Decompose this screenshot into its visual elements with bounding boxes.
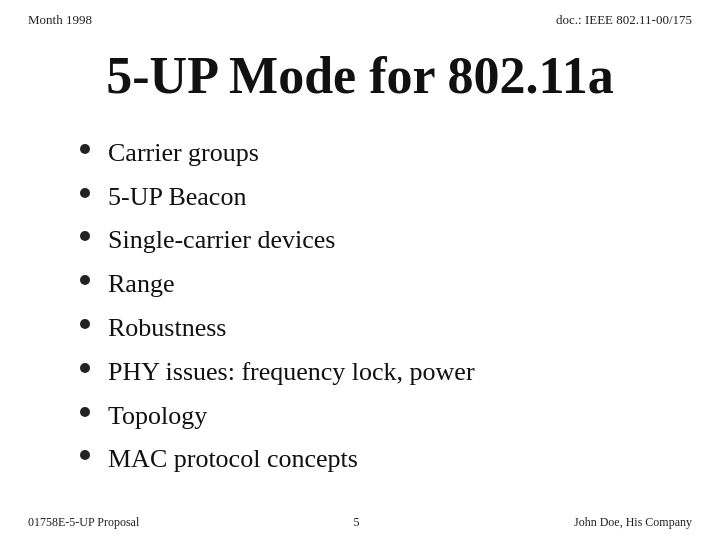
bullet-text: Single-carrier devices [108,223,335,257]
list-item: Single-carrier devices [80,223,660,257]
bullet-dot-icon [80,450,90,460]
bullet-dot-icon [80,363,90,373]
bullet-dot-icon [80,319,90,329]
bullet-text: Range [108,267,174,301]
bullet-dot-icon [80,407,90,417]
footer-right: John Doe, His Company [574,515,692,530]
footer-center: 5 [139,515,574,530]
list-item: 5-UP Beacon [80,180,660,214]
bullet-text: MAC protocol concepts [108,442,358,476]
bullet-text: Carrier groups [108,136,259,170]
footer-left: 01758E-5-UP Proposal [28,515,139,530]
bullet-text: PHY issues: frequency lock, power [108,355,475,389]
list-item: MAC protocol concepts [80,442,660,476]
bullet-text: Topology [108,399,207,433]
list-item: Robustness [80,311,660,345]
bullet-text: Robustness [108,311,226,345]
main-title: 5-UP Mode for 802.11a [40,46,680,106]
header-doc: doc.: IEEE 802.11-00/175 [556,12,692,28]
title-section: 5-UP Mode for 802.11a [0,28,720,136]
bullet-dot-icon [80,231,90,241]
footer: 01758E-5-UP Proposal 5 John Doe, His Com… [0,515,720,530]
list-item: Range [80,267,660,301]
bullet-dot-icon [80,188,90,198]
header-month: Month 1998 [28,12,92,28]
bullet-list: Carrier groups5-UP BeaconSingle-carrier … [0,136,720,476]
list-item: Topology [80,399,660,433]
list-item: PHY issues: frequency lock, power [80,355,660,389]
header: Month 1998 doc.: IEEE 802.11-00/175 [0,0,720,28]
slide: Month 1998 doc.: IEEE 802.11-00/175 5-UP… [0,0,720,540]
list-item: Carrier groups [80,136,660,170]
bullet-dot-icon [80,275,90,285]
bullet-text: 5-UP Beacon [108,180,246,214]
bullet-dot-icon [80,144,90,154]
